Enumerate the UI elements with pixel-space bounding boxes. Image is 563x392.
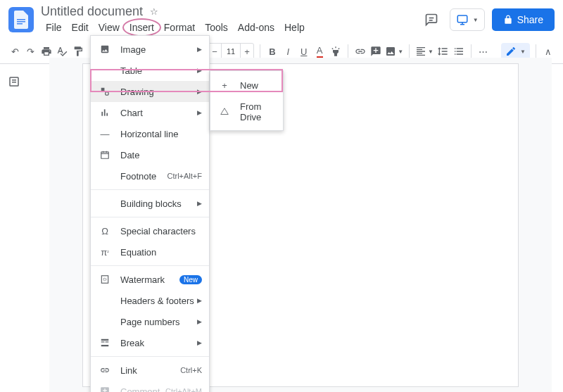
doc-title[interactable]: Untitled document	[41, 4, 143, 19]
outline-icon[interactable]	[3, 70, 25, 93]
pi-icon: π²	[98, 246, 112, 258]
insert-headers-footers[interactable]: Headers & footers▶	[91, 290, 209, 311]
insert-special-characters[interactable]: ΩSpecial characters	[91, 220, 209, 241]
insert-horizontal-line[interactable]: —Horizontal line	[91, 123, 209, 144]
chart-icon	[98, 106, 112, 119]
blank-icon	[98, 294, 112, 307]
svg-rect-14	[101, 152, 109, 158]
chevron-right-icon: ▶	[197, 46, 202, 53]
insert-footnote[interactable]: FootnoteCtrl+Alt+F	[91, 165, 209, 186]
svg-rect-18	[101, 276, 108, 284]
insert-date[interactable]: Date	[91, 144, 209, 165]
menu-format[interactable]: Format	[159, 20, 200, 35]
insert-image[interactable]: Image▶	[91, 39, 209, 60]
chevron-right-icon: ▶	[197, 339, 202, 346]
link-icon	[98, 364, 112, 377]
date-icon	[98, 148, 112, 161]
insert-watermark[interactable]: WatermarkNew	[91, 269, 209, 290]
comment-icon	[98, 385, 112, 392]
drawing-from-drive[interactable]: From Drive	[210, 96, 283, 127]
present-button[interactable]: ▼	[450, 8, 485, 31]
svg-point-10	[106, 92, 109, 96]
insert-drawing[interactable]: Drawing▶	[91, 81, 209, 102]
svg-rect-13	[106, 113, 108, 116]
insert-chart[interactable]: Chart▶	[91, 102, 209, 123]
plus-icon: +	[217, 79, 232, 91]
svg-rect-11	[101, 112, 103, 116]
blank-icon	[98, 197, 112, 210]
insert-equation[interactable]: π²Equation	[91, 241, 209, 263]
insert-menu: Image▶Table▶Drawing▶Chart▶—Horizontal li…	[90, 35, 210, 392]
drawing-submenu: +NewFrom Drive	[210, 70, 284, 131]
blank-icon	[98, 315, 112, 328]
svg-rect-9	[101, 88, 105, 91]
insert-page-numbers[interactable]: Page numbers▶	[91, 311, 209, 332]
title-area: Untitled document ☆ FileEditViewInsertFo…	[41, 4, 420, 35]
chevron-right-icon: ▶	[197, 88, 202, 95]
menu-edit[interactable]: Edit	[67, 20, 94, 35]
header: Untitled document ☆ FileEditViewInsertFo…	[0, 0, 563, 39]
omega-icon: Ω	[98, 225, 112, 237]
chevron-right-icon: ▶	[197, 297, 202, 304]
svg-rect-1	[17, 21, 25, 23]
menu-tools[interactable]: Tools	[200, 20, 233, 35]
insert-table[interactable]: Table▶	[91, 60, 209, 81]
font-size-value[interactable]: 11	[221, 44, 241, 59]
comments-history-icon[interactable]	[420, 8, 443, 31]
hr-icon: —	[98, 127, 112, 140]
table-icon	[98, 64, 112, 77]
svg-point-19	[103, 278, 106, 281]
docs-logo[interactable]	[8, 7, 34, 32]
insert-break[interactable]: Break▶	[91, 332, 209, 353]
chevron-right-icon: ▶	[197, 318, 202, 325]
menu-add-ons[interactable]: Add-ons	[233, 20, 279, 35]
insert-link[interactable]: LinkCtrl+K	[91, 360, 209, 381]
new-badge: New	[179, 275, 202, 284]
drive-icon	[217, 106, 232, 118]
drawing-icon	[98, 85, 112, 98]
svg-rect-0	[17, 19, 25, 20]
blank-icon	[98, 170, 112, 182]
font-size-increase[interactable]: +	[241, 46, 253, 57]
menu-view[interactable]: View	[94, 20, 125, 35]
svg-rect-5	[457, 15, 467, 23]
font-size-decrease[interactable]: −	[208, 46, 221, 57]
image-icon	[98, 43, 112, 56]
menu-file[interactable]: File	[41, 20, 67, 35]
share-label: Share	[517, 14, 543, 25]
chevron-right-icon: ▶	[197, 200, 202, 207]
chevron-right-icon: ▶	[197, 67, 202, 74]
watermark-icon	[98, 273, 112, 286]
menu-insert[interactable]: Insert	[125, 20, 159, 35]
menu-help[interactable]: Help	[279, 20, 310, 35]
insert-comment: CommentCtrl+Alt+M	[91, 381, 209, 392]
share-button[interactable]: Share	[492, 8, 555, 31]
drawing-new[interactable]: +New	[210, 74, 283, 96]
break-icon	[98, 336, 112, 349]
svg-rect-12	[104, 109, 106, 115]
insert-building-blocks[interactable]: Building blocks▶	[91, 193, 209, 214]
menu-bar: FileEditViewInsertFormatToolsAdd-onsHelp	[41, 20, 420, 35]
left-sidebar	[0, 58, 28, 388]
star-icon[interactable]: ☆	[150, 6, 158, 17]
chevron-right-icon: ▶	[197, 109, 202, 116]
svg-rect-2	[17, 23, 23, 25]
